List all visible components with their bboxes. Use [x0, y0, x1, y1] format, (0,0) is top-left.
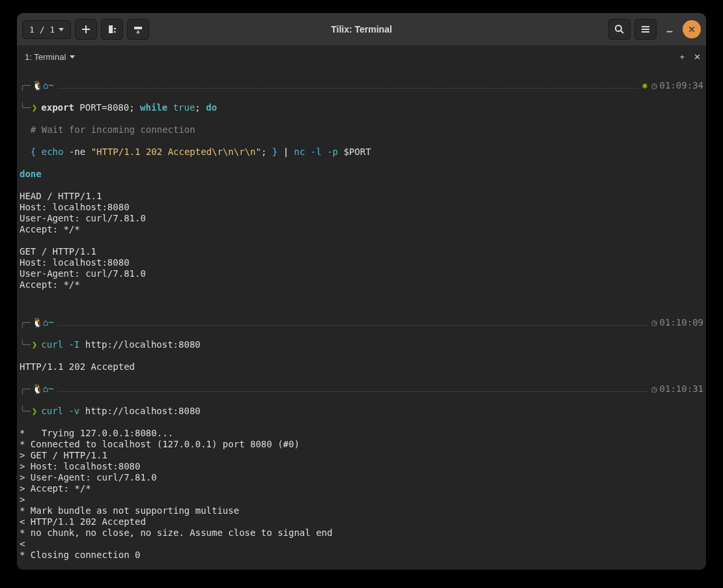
window: 1 / 1 Tilix: Terminal [17, 13, 706, 570]
chevron-down-icon [59, 28, 64, 31]
home-icon: ⌂ [43, 317, 48, 328]
tab-terminal[interactable]: 1: Terminal [25, 52, 75, 62]
split-right-icon [133, 24, 143, 35]
split-down-icon [107, 24, 117, 35]
penguin-icon: 🐧 [32, 317, 43, 328]
done-keyword: done [20, 169, 42, 179]
penguin-icon: 🐧 [32, 384, 43, 395]
search-button[interactable] [608, 19, 631, 40]
split-down-button[interactable] [101, 19, 123, 40]
clock-icon: ◷ [651, 80, 657, 91]
output-text: HEAD / HTTP/1.1 Host: localhost:8080 Use… [20, 191, 703, 290]
new-session-button[interactable] [75, 19, 97, 40]
terminal-pane-bottom[interactable]: ╭─🐧 ⌂ ~◷01:10:09 ╰─❯curl -I http://local… [17, 305, 706, 570]
penguin-icon: 🐧 [32, 80, 43, 91]
prompt-arrow-icon: ❯ [32, 339, 37, 350]
prompt-bracket: ╭─ [20, 80, 31, 91]
prompt-time: 01:10:31 [660, 384, 703, 395]
prompt-time: 01:10:09 [660, 317, 703, 328]
clock-icon: ◷ [651, 317, 657, 328]
plus-icon [81, 24, 91, 35]
hamburger-icon [640, 24, 651, 35]
prompt-time: 01:09:34 [660, 80, 703, 91]
home-icon: ⌂ [43, 384, 48, 395]
search-icon [614, 24, 625, 35]
gear-icon: ✱ [642, 80, 647, 91]
output-text: HTTP/1.1 202 Accepted [20, 361, 703, 372]
chevron-down-icon [70, 55, 75, 59]
prompt-arrow-icon: ❯ [32, 406, 37, 416]
clock-icon: ◷ [651, 384, 657, 395]
close-terminal-button[interactable]: ✕ [694, 52, 701, 62]
titlebar: 1 / 1 Tilix: Terminal [17, 13, 706, 46]
close-icon [688, 25, 696, 33]
terminal-pane-top[interactable]: ╭─🐧 ⌂ ~✱◷01:09:34 ╰─❯export PORT=8080; w… [17, 68, 706, 305]
prompt-tilde: ~ [48, 80, 53, 91]
split-right-button[interactable] [127, 19, 149, 40]
session-selector[interactable]: 1 / 1 [22, 20, 71, 39]
minimize-button[interactable] [660, 20, 679, 38]
terminal-area: ╭─🐧 ⌂ ~✱◷01:09:34 ╰─❯export PORT=8080; w… [17, 68, 706, 570]
comment-line: # Wait for incoming connection [20, 124, 195, 135]
session-label: 1 / 1 [29, 25, 55, 35]
prompt-dots [58, 83, 638, 89]
prompt-arrow-icon: ❯ [32, 102, 37, 113]
prompt-bracket-end: ╰─ [20, 102, 31, 113]
add-terminal-button[interactable]: + [679, 52, 685, 62]
svg-point-0 [616, 25, 621, 31]
tabbar: 1: Terminal + ✕ [17, 46, 706, 68]
tab-label-text: 1: Terminal [25, 52, 66, 62]
menu-button[interactable] [634, 19, 657, 40]
close-button[interactable] [683, 20, 701, 38]
home-icon: ⌂ [43, 80, 48, 91]
output-text: * Trying 127.0.0.1:8080... * Connected t… [20, 428, 703, 561]
minimize-icon [665, 25, 674, 34]
